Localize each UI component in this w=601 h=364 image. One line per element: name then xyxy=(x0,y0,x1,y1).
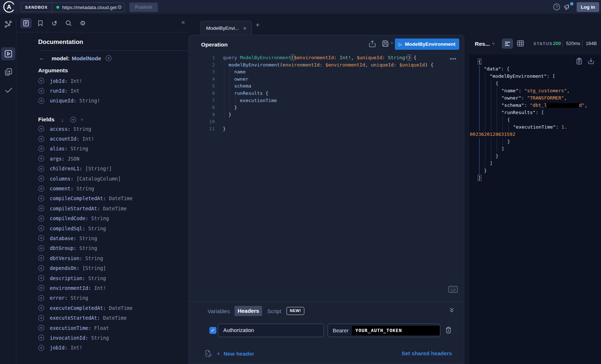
add-field-icon[interactable] xyxy=(38,78,44,84)
field-row[interactable]: executeStartedAt: DateTime xyxy=(38,313,187,323)
field-row[interactable]: executeCompletedAt: DateTime xyxy=(38,303,187,313)
field-row[interactable]: compiledSql: String xyxy=(38,223,187,233)
response-json[interactable]: {"data": {"modelByEnvironment": [{"name"… xyxy=(469,58,601,182)
field-row[interactable]: accountId: Int! xyxy=(38,134,187,143)
add-field-icon[interactable] xyxy=(38,325,44,331)
endpoint-url-input[interactable]: https://metadata.cloud.getd xyxy=(62,5,117,10)
field-type[interactable]: DateTime xyxy=(109,195,133,201)
delete-header-icon[interactable] xyxy=(445,327,452,333)
field-type[interactable]: String xyxy=(88,275,106,281)
type-link[interactable]: ModelNode xyxy=(72,55,101,61)
header-key-input[interactable]: Authorization xyxy=(218,324,324,337)
field-type[interactable]: String xyxy=(91,215,109,221)
field-type[interactable]: [CatalogColumn] xyxy=(76,176,121,182)
field-row[interactable]: runId: Int xyxy=(38,86,187,96)
field-row[interactable]: uniqueId: String! xyxy=(38,96,187,106)
saved-operations-tab[interactable] xyxy=(35,18,46,28)
checks-icon[interactable] xyxy=(4,86,13,94)
field-row[interactable]: error: String xyxy=(38,293,187,303)
add-field-icon[interactable] xyxy=(38,345,44,351)
field-row[interactable]: comment: String xyxy=(38,183,187,193)
edit-file-icon[interactable] xyxy=(205,350,212,357)
add-field-icon[interactable] xyxy=(38,295,44,301)
field-type[interactable]: Int xyxy=(71,88,79,94)
sort-fields-icon[interactable]: ↓ xyxy=(61,117,64,123)
field-type[interactable]: Float xyxy=(94,325,109,331)
response-dropdown-label[interactable]: Res... xyxy=(475,41,490,47)
field-type[interactable]: DateTime xyxy=(103,206,127,211)
field-type[interactable]: Int! xyxy=(94,285,106,291)
run-operation-button[interactable]: ▷ ModelByEnvironment xyxy=(395,39,459,50)
tab-script[interactable]: Script xyxy=(267,308,281,314)
field-type[interactable]: Int! xyxy=(71,345,83,351)
add-field-icon[interactable] xyxy=(38,98,44,104)
sandbox-pages-icon[interactable] xyxy=(4,68,13,76)
field-row[interactable]: database: String xyxy=(38,233,187,243)
close-tab-icon[interactable]: × xyxy=(243,25,247,31)
operation-tab-active[interactable]: ModelByEnvi... × xyxy=(200,21,252,35)
keyboard-shortcuts-icon[interactable] xyxy=(448,286,458,293)
tab-headers-active[interactable]: Headers xyxy=(235,306,262,316)
field-type[interactable]: String xyxy=(91,335,109,341)
add-fields-icon[interactable] xyxy=(70,117,76,123)
field-row[interactable]: alias: String xyxy=(38,144,187,154)
history-tab[interactable]: ↺ xyxy=(49,18,60,28)
add-field-icon[interactable] xyxy=(38,166,44,172)
field-type[interactable]: [String] xyxy=(82,265,106,271)
share-operation-icon[interactable] xyxy=(369,40,376,47)
save-options-chevron-icon[interactable]: ˅ xyxy=(391,41,393,45)
field-row[interactable]: jobId: Int! xyxy=(38,76,187,86)
add-field-icon[interactable] xyxy=(38,315,44,321)
graphql-editor[interactable]: 1query ModelByEnvironment($environmentId… xyxy=(189,54,464,133)
field-row[interactable]: compileStartedAt: DateTime xyxy=(38,203,187,213)
formatted-view-toggle-active[interactable] xyxy=(502,39,513,49)
set-shared-headers-button[interactable]: Set shared headers xyxy=(402,350,452,356)
field-row[interactable]: access: String xyxy=(38,124,187,134)
add-field-icon[interactable] xyxy=(38,285,44,291)
add-field-icon[interactable] xyxy=(38,205,44,211)
field-type[interactable]: String xyxy=(73,126,91,132)
collapse-request-section-icon[interactable] xyxy=(449,307,454,313)
field-row[interactable]: childrenL1: [String!] xyxy=(38,164,187,174)
help-icon[interactable]: ? xyxy=(553,3,560,11)
chevron-down-icon[interactable]: ˅ xyxy=(81,117,83,122)
field-type[interactable]: String xyxy=(88,226,106,231)
field-type[interactable]: DateTime xyxy=(109,305,133,311)
settings-tab[interactable]: ⚙ xyxy=(77,18,88,28)
add-field-icon[interactable] xyxy=(38,255,44,261)
back-arrow-icon[interactable]: ← xyxy=(39,54,45,62)
field-type[interactable]: Int! xyxy=(71,78,83,84)
editor-overflow-menu-icon[interactable]: ••• xyxy=(450,56,457,62)
search-tab[interactable] xyxy=(63,18,74,28)
add-field-icon[interactable] xyxy=(38,146,44,152)
field-type[interactable]: DateTime xyxy=(103,315,127,321)
field-type[interactable]: Int! xyxy=(82,136,94,142)
field-type[interactable]: JSON xyxy=(68,156,80,162)
add-field-icon[interactable] xyxy=(38,265,44,271)
field-row[interactable]: description: String xyxy=(38,273,187,283)
schema-graph-icon[interactable] xyxy=(4,20,12,28)
field-type[interactable]: String xyxy=(79,235,97,241)
connection-settings-gear-icon[interactable]: ⚙ xyxy=(117,4,122,11)
field-row[interactable]: compiledCode: String xyxy=(38,214,187,223)
collapse-doc-panel-icon[interactable]: « xyxy=(181,19,185,26)
auth-token-value[interactable]: YOUR_AUTH_TOKEN xyxy=(352,326,440,335)
add-field-icon[interactable] xyxy=(38,275,44,281)
explorer-nav-active[interactable] xyxy=(1,47,15,60)
add-field-icon[interactable] xyxy=(38,88,44,94)
tab-variables[interactable]: Variables xyxy=(208,308,230,314)
add-field-icon[interactable] xyxy=(38,245,44,251)
add-field-icon[interactable] xyxy=(38,126,44,132)
field-row[interactable]: invocationId: String xyxy=(38,333,187,343)
field-type[interactable]: String xyxy=(85,255,103,261)
add-field-icon[interactable] xyxy=(38,186,44,192)
new-header-button[interactable]: +New header xyxy=(217,350,254,357)
field-row[interactable]: dbtGroup: String xyxy=(38,243,187,253)
add-field-icon[interactable] xyxy=(38,175,44,182)
field-row[interactable]: compileCompletedAt: DateTime xyxy=(38,194,187,203)
add-field-icon[interactable] xyxy=(38,335,44,341)
add-field-icon[interactable] xyxy=(38,215,44,222)
response-dropdown-chevron-icon[interactable]: ˅ xyxy=(492,41,494,46)
add-field-icon[interactable] xyxy=(38,305,44,311)
add-field-icon[interactable] xyxy=(38,155,44,162)
